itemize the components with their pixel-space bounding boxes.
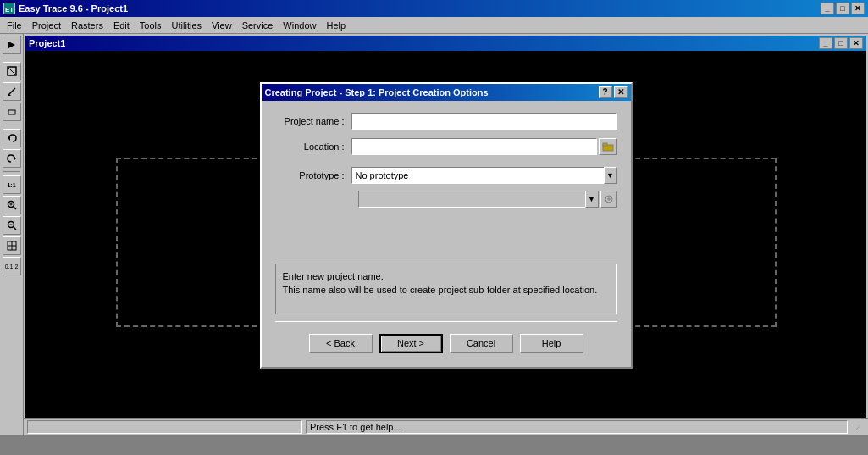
info-text-line1: Enter new project name.: [283, 269, 610, 284]
menu-edit[interactable]: Edit: [108, 19, 135, 32]
project-name-input[interactable]: [351, 113, 617, 130]
menu-help[interactable]: Help: [321, 19, 351, 32]
maximize-button[interactable]: □: [836, 3, 849, 14]
prototype-row: Prototype : No prototype ▼: [275, 167, 617, 184]
toolbar-btn-view[interactable]: [3, 236, 21, 255]
prototype-label: Prototype :: [275, 170, 351, 180]
cancel-button[interactable]: Cancel: [450, 334, 513, 353]
svg-marker-6: [8, 94, 11, 96]
dialog-separator: [275, 321, 617, 322]
svg-line-11: [13, 207, 16, 210]
menu-view[interactable]: View: [207, 19, 237, 32]
menu-window[interactable]: Window: [278, 19, 321, 32]
svg-marker-9: [14, 156, 16, 161]
app-icon: ET: [3, 3, 15, 14]
dialog-content: Project name : Location :: [262, 101, 631, 367]
info-text-line2: This name also will be used to create pr…: [283, 283, 610, 297]
title-bar-left: ET Easy Trace 9.6 - Project1: [3, 3, 128, 14]
status-help: Press F1 to get help...: [306, 420, 848, 434]
menu-rasters[interactable]: Rasters: [66, 19, 108, 32]
second-select-input[interactable]: [358, 191, 586, 208]
mdi-close-button[interactable]: ✕: [849, 37, 863, 49]
mdi-area: Project1 _ □ ✕ Creating Project - Step 1…: [24, 34, 868, 435]
menu-bar: File Project Rasters Edit Tools Utilitie…: [0, 17, 868, 34]
location-label: Location :: [275, 141, 351, 152]
main-area: 1:1 0.1.2 Project1 _ □ ✕: [0, 34, 868, 435]
toolbar-btn-zoom-in[interactable]: [3, 196, 21, 214]
toolbar-btn-zoom-11[interactable]: 1:1: [3, 175, 21, 194]
menu-service[interactable]: Service: [237, 19, 279, 32]
svg-marker-2: [8, 42, 15, 48]
minimize-button[interactable]: _: [821, 3, 834, 14]
toolbar-btn-pencil[interactable]: [3, 82, 21, 101]
mdi-minimize-button[interactable]: _: [819, 37, 832, 49]
toolbar-btn-arrow[interactable]: [3, 36, 21, 54]
location-row: Location :: [275, 138, 617, 155]
title-bar-buttons: _ □ ✕: [821, 3, 865, 14]
dialog-title-buttons: ? ✕: [599, 86, 628, 98]
toolbar-btn-redo[interactable]: [3, 149, 21, 168]
close-button[interactable]: ✕: [851, 3, 865, 14]
toolbar-sep-1: [3, 58, 20, 58]
second-select-arrow[interactable]: ▼: [585, 191, 599, 208]
mdi-child-titlebar: Project1 _ □ ✕: [25, 36, 866, 51]
app-title: Easy Trace 9.6 - Project1: [19, 3, 128, 14]
info-box: Enter new project name. This name also w…: [275, 264, 617, 314]
prototype-select-arrow[interactable]: ▼: [604, 167, 617, 184]
project-name-label: Project name :: [275, 116, 351, 126]
prototype-select[interactable]: No prototype: [351, 167, 605, 184]
toolbar-sep-3: [3, 171, 20, 172]
status-help-text: Press F1 to get help...: [310, 422, 401, 432]
svg-rect-21: [603, 143, 607, 146]
svg-line-4: [8, 67, 16, 75]
svg-line-5: [8, 88, 15, 95]
mdi-maximize-button[interactable]: □: [834, 37, 848, 49]
status-left: [27, 420, 302, 434]
menu-utilities[interactable]: Utilities: [167, 19, 207, 32]
resize-grip[interactable]: ⟋: [851, 420, 865, 434]
dialog-help-button[interactable]: ?: [599, 86, 612, 98]
menu-project[interactable]: Project: [27, 19, 66, 32]
toolbar-btn-measure[interactable]: 0.1.2: [3, 257, 21, 275]
menu-tools[interactable]: Tools: [135, 19, 167, 32]
mdi-child-content: Creating Project - Step 1: Project Creat…: [25, 51, 866, 433]
next-button[interactable]: Next >: [379, 334, 443, 353]
toolbar-btn-eraser[interactable]: [3, 103, 21, 121]
toolbar-btn-undo[interactable]: [3, 129, 21, 147]
toolbar-sep-2: [3, 125, 20, 125]
mdi-child-project1: Project1 _ □ ✕ Creating Project - Step 1…: [24, 34, 868, 435]
dialog-title: Creating Project - Step 1: Project Creat…: [265, 87, 599, 97]
dialog-close-button[interactable]: ✕: [614, 86, 628, 98]
project-name-row: Project name :: [275, 113, 617, 130]
app-title-bar: ET Easy Trace 9.6 - Project1 _ □ ✕: [0, 0, 868, 17]
svg-line-15: [13, 227, 16, 230]
toolbar-btn-select[interactable]: [3, 62, 21, 80]
status-bar: Press F1 to get help... ⟋: [24, 418, 868, 435]
menu-file[interactable]: File: [2, 19, 27, 32]
browse-button[interactable]: [599, 138, 617, 155]
second-select-icon[interactable]: [600, 191, 617, 208]
mdi-child-title: Project1: [29, 38, 65, 48]
help-button[interactable]: Help: [520, 334, 583, 353]
back-button[interactable]: < Back: [309, 334, 373, 353]
svg-marker-8: [8, 136, 10, 141]
dialog-titlebar: Creating Project - Step 1: Project Creat…: [262, 84, 631, 101]
svg-rect-7: [8, 110, 15, 114]
svg-text:ET: ET: [5, 6, 14, 14]
location-input[interactable]: [351, 138, 597, 155]
create-project-dialog: Creating Project - Step 1: Project Creat…: [260, 82, 633, 369]
dialog-buttons: < Back Next > Cancel Help: [275, 327, 617, 358]
toolbar-btn-zoom-out[interactable]: [3, 216, 21, 235]
second-select-row: ▼: [358, 191, 617, 208]
prototype-select-wrap: No prototype ▼: [351, 167, 617, 184]
left-toolbar: 1:1 0.1.2: [0, 34, 24, 435]
